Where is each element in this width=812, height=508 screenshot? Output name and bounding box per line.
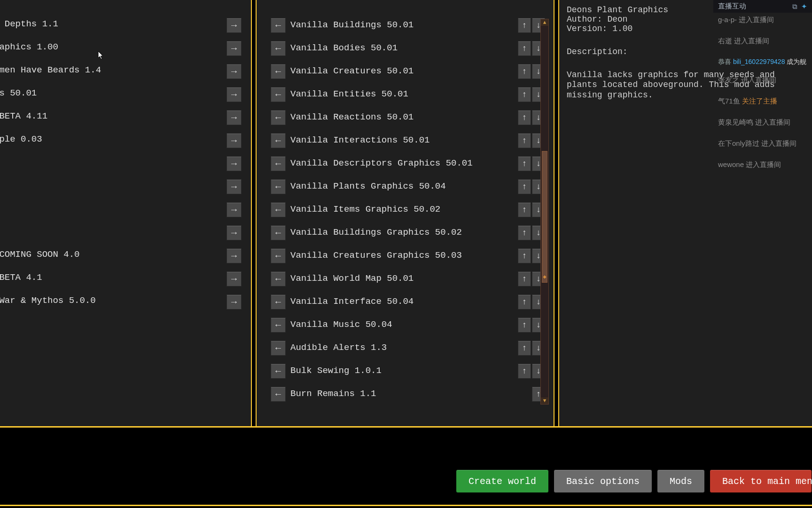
move-up-button[interactable]: ↑ [518,64,531,79]
active-mod-row[interactable]: Vanilla Buildings Graphics 50.02↑↓ [271,226,525,249]
scroll-down-icon[interactable]: ▼ [541,397,548,404]
add-mod-button[interactable] [226,133,242,148]
mod-name: Vanilla Reactions 50.01 [290,112,414,122]
available-mod-row[interactable]: ant Graphics 1.00d [0,42,237,65]
available-mod-row[interactable]: 1.0 [0,157,237,180]
available-mod-row[interactable]: Night COMING SOON 4.0 [0,249,237,272]
chat-username: wewone [718,160,746,168]
move-up-button[interactable]: ↑ [518,202,531,217]
remove-mod-button[interactable] [271,341,286,356]
move-up-button[interactable]: ↑ [518,133,531,148]
move-up-button[interactable]: ↑ [518,294,531,310]
active-mod-row[interactable]: Vanilla Creatures Graphics 50.03↑↓ [271,249,525,272]
mod-name: Vanilla Interactions 50.01 [290,135,429,145]
available-mod-row[interactable]: 1.1.0 [0,226,237,249]
remove-mod-button[interactable] [271,64,286,79]
available-mod-row[interactable]: re People 0.03d [0,134,237,157]
chat-action: 进入直播间 [739,16,774,24]
active-mod-row[interactable]: Vanilla Reactions 50.01↑↓ [271,111,525,134]
mod-name: Night BETA 4.11 [0,111,47,121]
add-mod-button[interactable] [226,248,242,263]
remove-mod-button[interactable] [271,133,286,148]
active-mods-scrollbar[interactable]: ▲ ◆ ▼ [540,19,549,405]
bottom-divider [0,505,812,506]
scroll-up-icon[interactable]: ▲ [541,19,548,26]
scroll-thumb[interactable] [542,151,547,283]
active-mod-row[interactable]: Vanilla Interactions 50.01↑↓ [271,134,525,157]
remove-mod-button[interactable] [271,225,286,240]
add-mod-button[interactable] [226,294,242,310]
remove-mod-button[interactable] [271,18,286,33]
active-mod-row[interactable]: Vanilla Music 50.04↑↓ [271,318,525,341]
mods-button[interactable]: Mods [657,469,705,493]
add-mod-button[interactable] [226,156,242,171]
active-mod-row[interactable]: Vanilla Entities 50.01↑↓ [271,88,525,111]
chat-header-title: 直播互动 [718,2,746,11]
available-mod-row[interactable]: s V - War & Mythos 5.0.0 [0,295,237,318]
move-up-button[interactable]: ↑ [518,156,531,171]
move-up-button[interactable]: ↑ [518,87,531,102]
move-up-button[interactable]: ↑ [518,318,531,333]
move-up-button[interactable]: ↑ [518,225,531,240]
chat-link-icon[interactable]: ⧉ [792,2,797,11]
move-up-button[interactable]: ↑ [518,18,531,33]
basic-options-button[interactable]: Basic options [554,469,652,493]
move-up-button[interactable]: ↑ [518,341,531,356]
move-up-button[interactable]: ↑ [518,179,531,194]
add-mod-button[interactable] [226,41,242,56]
remove-mod-button[interactable] [271,202,286,217]
scroll-handle-icon[interactable]: ◆ [541,273,548,280]
active-mod-row[interactable]: Vanilla Descriptors Graphics 50.01↑↓ [271,157,525,180]
remove-mod-button[interactable] [271,318,286,333]
remove-mod-button[interactable] [271,110,286,125]
active-mod-row[interactable]: Vanilla Interface 50.04↑↓ [271,295,525,318]
move-up-button[interactable]: ↑ [518,364,531,379]
back-to-main-menu-button[interactable]: Back to main men [710,469,812,493]
move-up-button[interactable]: ↑ [518,248,531,263]
chat-settings-icon[interactable]: ✦ [801,2,807,11]
active-mod-row[interactable]: Vanilla Creatures 50.01↑↓ [271,65,525,88]
remove-mod-button[interactable] [271,294,286,310]
remove-mod-button[interactable] [271,248,286,263]
available-mod-row[interactable]: 1.0.2 [0,203,237,226]
active-mod-row[interactable]: Vanilla Buildings 50.01↑↓ [271,19,525,42]
add-mod-button[interactable] [226,18,242,33]
remove-mod-button[interactable] [271,41,286,56]
active-mod-row[interactable]: Vanilla Bodies 50.01↑↓ [271,42,525,65]
available-mod-row[interactable]: Night BETA 4.11d [0,111,237,134]
move-up-button[interactable]: ↑ [518,41,531,56]
remove-mod-button[interactable] [271,156,286,171]
remove-mod-button[interactable] [271,364,286,379]
active-mod-row[interactable]: Vanilla World Map 50.01↑↓ [271,272,525,295]
move-up-button[interactable]: ↑ [518,271,531,286]
chat-action: 进入直播间 [734,37,769,45]
add-mod-button[interactable] [226,202,242,217]
add-mod-button[interactable] [226,179,242,194]
available-mod-row[interactable]: h Crops 50.01d [0,88,237,111]
add-mod-button[interactable] [226,225,242,240]
remove-mod-button[interactable] [271,87,286,102]
remove-mod-button[interactable] [271,387,286,402]
active-mod-row[interactable]: Audible Alerts 1.3↑↓ [271,341,525,365]
active-mod-row[interactable]: Vanilla Items Graphics 50.02↑↓ [271,203,525,226]
chat-username: 右逝 [718,37,734,45]
add-mod-button[interactable] [226,64,242,79]
available-mod-row[interactable]: ven Women Have Beards 1.4d [0,65,237,88]
active-mod-row[interactable]: Bulk Sewing 1.0.1↑↓ [271,365,525,388]
available-mod-row[interactable]: s Dark Depths 1.1d [0,19,237,42]
available-mod-row[interactable]: 1.0.1 [0,180,237,203]
active-mod-row[interactable]: Vanilla Plants Graphics 50.04↑↓ [271,180,525,203]
create-world-button[interactable]: Create world [456,469,549,493]
add-mod-button[interactable] [226,110,242,125]
remove-mod-button[interactable] [271,179,286,194]
chat-action: 关注了主播 [742,97,777,105]
move-up-button[interactable]: ↑ [518,110,531,125]
chat-line: wewone 进入直播间 [713,158,812,172]
available-mod-row[interactable]: Night BETA 4.1 [0,272,237,295]
active-mod-row[interactable]: Burn Remains 1.1↑ [271,388,525,411]
add-mod-button[interactable] [226,271,242,286]
chat-congrats-line: 恭喜 bili_16022979428 成为舰 [713,55,812,69]
remove-mod-button[interactable] [271,271,286,286]
add-mod-button[interactable] [226,87,242,102]
mod-name: s V - War & Mythos 5.0.0 [0,295,96,306]
